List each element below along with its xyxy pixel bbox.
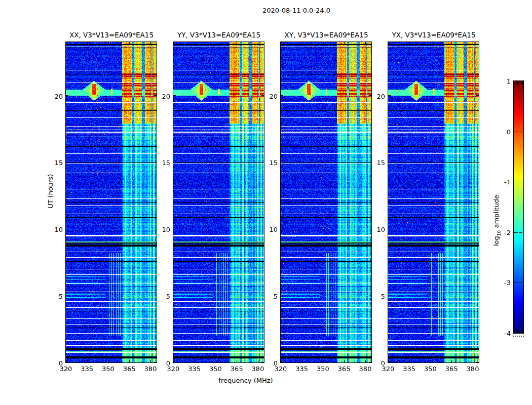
y-tick-label: 20	[368, 92, 385, 100]
colorbar-tick-label: 1	[493, 77, 511, 85]
x-tick-label: 335	[291, 365, 313, 373]
colorbar-label: log10 amplitude	[492, 195, 502, 246]
y-tick-label: 15	[260, 159, 278, 167]
y-tick-label: 10	[46, 226, 63, 233]
panel-title-yx: YX, V3*V13=EA09*EA15	[392, 31, 475, 39]
y-tick-label: 20	[153, 92, 170, 100]
y-axis-label: UT (hours)	[47, 174, 54, 209]
x-tick-label: 350	[420, 365, 442, 373]
y-tick-label: 5	[260, 293, 278, 300]
colorbar-tick-label: -3	[493, 279, 511, 287]
x-tick-label: 320	[270, 365, 292, 373]
y-tick-label: 15	[46, 159, 63, 167]
figure: 2020-08-11 0.0-24.0 XX, V3*V13=EA09*EA15…	[0, 0, 532, 405]
colorbar-tick-label: -4	[493, 330, 511, 337]
x-tick-label: 335	[398, 365, 421, 373]
y-tick-label: 15	[368, 159, 385, 167]
x-tick-label: 335	[76, 365, 98, 373]
colorbar-label-suffix: amplitude	[492, 195, 500, 230]
y-tick-label: 10	[153, 226, 170, 233]
x-tick-label: 350	[312, 365, 334, 373]
y-tick-label: 20	[260, 92, 278, 100]
x-tick-label: 365	[118, 365, 140, 373]
spectrogram-canvas-yy	[173, 42, 264, 363]
x-tick-label: 365	[440, 365, 463, 373]
y-tick-label: 10	[260, 226, 278, 233]
y-tick-label: 15	[153, 159, 170, 167]
x-axis-label: frequency (MHz)	[218, 377, 273, 384]
colorbar-label-prefix: log	[492, 236, 500, 246]
colorbar-gradient	[513, 80, 524, 334]
x-tick-label: 335	[183, 365, 206, 373]
panel-title-xy: XY, V3*V13=EA09*EA15	[284, 31, 368, 39]
spectrogram-canvas-yx	[388, 42, 479, 363]
y-tick-label: 5	[153, 293, 170, 300]
colorbar-tick-label: -1	[493, 178, 511, 186]
colorbar-underflow-dots	[513, 336, 524, 337]
colorbar-label-sub: 10	[497, 230, 502, 236]
x-tick-label: 350	[97, 365, 120, 373]
x-tick-label: 320	[55, 365, 77, 373]
y-tick-label: 5	[368, 293, 385, 300]
panel-title-xx: XX, V3*V13=EA09*EA15	[69, 31, 154, 39]
spectrogram-canvas-xy	[280, 42, 372, 363]
x-tick-label: 365	[225, 365, 248, 373]
y-tick-label: 20	[46, 92, 63, 100]
x-tick-label: 380	[462, 365, 484, 373]
y-tick-label: 10	[368, 226, 385, 233]
x-tick-label: 350	[205, 365, 227, 373]
x-tick-label: 320	[377, 365, 399, 373]
spectrogram-canvas-xx	[65, 42, 157, 363]
x-tick-label: 320	[162, 365, 184, 373]
figure-title: 2020-08-11 0.0-24.0	[262, 7, 330, 14]
y-tick-label: 5	[46, 293, 63, 300]
x-tick-label: 365	[333, 365, 355, 373]
colorbar-tick-label: 0	[493, 128, 511, 135]
panel-title-yy: YY, V3*V13=EA09*EA15	[177, 31, 260, 39]
